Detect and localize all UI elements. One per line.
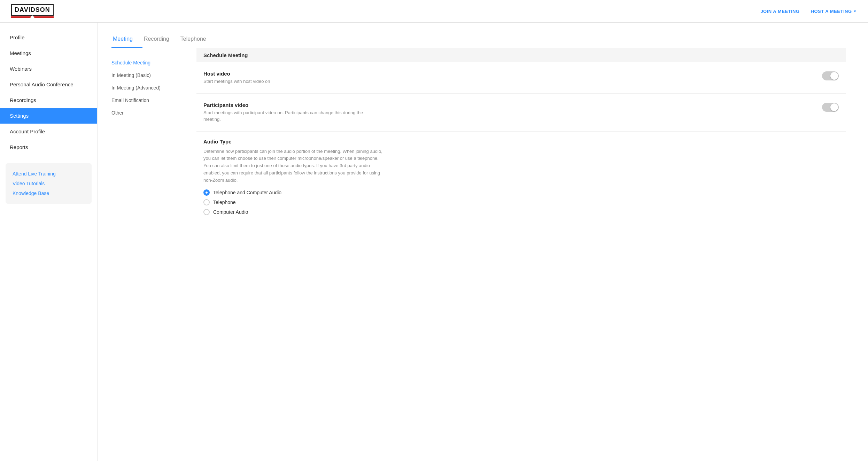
left-nav-email-notification[interactable]: Email Notification bbox=[111, 94, 188, 107]
radio-telephone[interactable]: Telephone bbox=[203, 199, 839, 205]
logo-diamond bbox=[30, 15, 34, 19]
sidebar-item-profile[interactable]: Profile bbox=[0, 30, 97, 45]
radio-label-telephone: Telephone bbox=[213, 200, 236, 205]
logo-text: DAVIDSON bbox=[11, 4, 54, 16]
sidebar-item-settings[interactable]: Settings bbox=[0, 108, 97, 124]
radio-telephone-and-computer[interactable]: Telephone and Computer Audio bbox=[203, 189, 839, 196]
participants-video-toggle[interactable] bbox=[822, 103, 839, 112]
logo-underline bbox=[11, 16, 54, 18]
audio-type-title: Audio Type bbox=[203, 139, 839, 144]
host-video-info: Host video Start meetings with host vide… bbox=[203, 71, 814, 85]
radio-label-computer-audio: Computer Audio bbox=[213, 209, 248, 215]
audio-type-radio-group: Telephone and Computer Audio Telephone C… bbox=[203, 189, 839, 215]
video-tutorials-link[interactable]: Video Tutorials bbox=[13, 179, 85, 188]
sidebar-item-account-profile[interactable]: Account Profile bbox=[0, 124, 97, 139]
right-content: Schedule Meeting Host video Start meetin… bbox=[188, 48, 854, 222]
radio-circle-computer-audio bbox=[203, 209, 210, 215]
knowledge-base-link[interactable]: Knowledge Base bbox=[13, 188, 85, 198]
host-video-desc: Start meetings with host video on bbox=[203, 78, 378, 85]
host-video-setting: Host video Start meetings with host vide… bbox=[196, 62, 846, 94]
chevron-down-icon: ▼ bbox=[853, 9, 857, 13]
left-nav-other[interactable]: Other bbox=[111, 107, 188, 119]
host-video-toggle[interactable] bbox=[822, 71, 839, 80]
sidebar-item-meetings[interactable]: Meetings bbox=[0, 45, 97, 61]
left-nav-in-meeting-advanced[interactable]: In Meeting (Advanced) bbox=[111, 81, 188, 94]
tab-recording[interactable]: Recording bbox=[142, 31, 179, 48]
audio-type-desc: Determine how participants can join the … bbox=[203, 148, 385, 184]
sidebar-item-webinars[interactable]: Webinars bbox=[0, 61, 97, 77]
section-header: Schedule Meeting bbox=[196, 48, 846, 62]
sidebar-item-recordings[interactable]: Recordings bbox=[0, 92, 97, 108]
left-nav-in-meeting-basic[interactable]: In Meeting (Basic) bbox=[111, 69, 188, 81]
participants-video-desc: Start meetings with participant video on… bbox=[203, 109, 378, 123]
attend-live-training-link[interactable]: Attend Live Training bbox=[13, 169, 85, 179]
tab-meeting[interactable]: Meeting bbox=[111, 31, 142, 48]
header: DAVIDSON JOIN A MEETING HOST A MEETING ▼ bbox=[0, 0, 868, 23]
main-content: Meeting Recording Telephone Schedule Mee… bbox=[98, 23, 868, 461]
settings-tabs: Meeting Recording Telephone bbox=[111, 31, 854, 48]
host-video-title: Host video bbox=[203, 71, 814, 77]
host-meeting-link[interactable]: HOST A MEETING ▼ bbox=[811, 9, 857, 14]
tab-telephone[interactable]: Telephone bbox=[179, 31, 216, 48]
page-layout: Profile Meetings Webinars Personal Audio… bbox=[0, 23, 868, 461]
sidebar: Profile Meetings Webinars Personal Audio… bbox=[0, 23, 98, 461]
header-nav: JOIN A MEETING HOST A MEETING ▼ bbox=[760, 9, 857, 14]
participants-video-title: Participants video bbox=[203, 102, 814, 108]
radio-label-telephone-and-computer: Telephone and Computer Audio bbox=[213, 190, 281, 195]
audio-type-section: Audio Type Determine how participants ca… bbox=[196, 132, 846, 222]
host-meeting-label: HOST A MEETING bbox=[811, 9, 852, 14]
left-nav: Schedule Meeting In Meeting (Basic) In M… bbox=[111, 48, 188, 222]
sidebar-links-box: Attend Live Training Video Tutorials Kno… bbox=[6, 163, 92, 204]
sidebar-item-personal-audio-conference[interactable]: Personal Audio Conference bbox=[0, 77, 97, 92]
sidebar-item-reports[interactable]: Reports bbox=[0, 139, 97, 155]
participants-video-info: Participants video Start meetings with p… bbox=[203, 102, 814, 123]
join-meeting-link[interactable]: JOIN A MEETING bbox=[760, 9, 799, 14]
logo-area: DAVIDSON bbox=[11, 4, 54, 18]
participants-video-setting: Participants video Start meetings with p… bbox=[196, 94, 846, 132]
content-layout: Schedule Meeting In Meeting (Basic) In M… bbox=[111, 48, 854, 222]
radio-circle-telephone-and-computer bbox=[203, 189, 210, 196]
radio-computer-audio[interactable]: Computer Audio bbox=[203, 209, 839, 215]
logo: DAVIDSON bbox=[11, 4, 54, 18]
radio-circle-telephone bbox=[203, 199, 210, 205]
left-nav-schedule-meeting[interactable]: Schedule Meeting bbox=[111, 56, 188, 69]
